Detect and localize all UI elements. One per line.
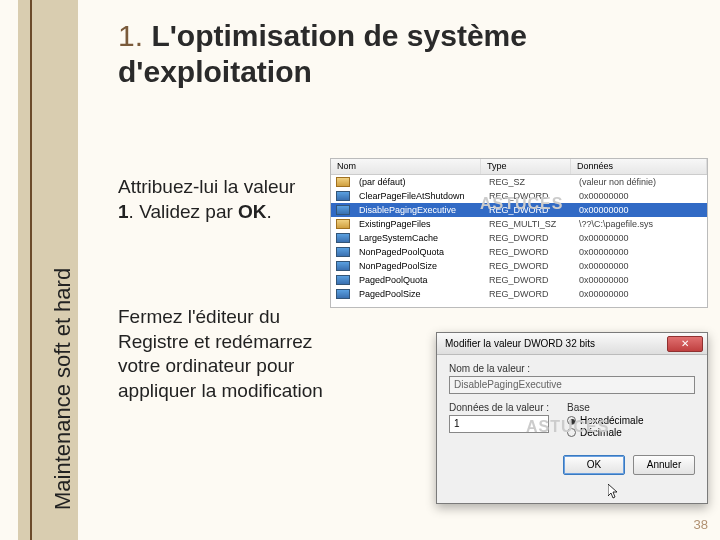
radio-dec[interactable]: Décimale: [567, 427, 643, 438]
name-field[interactable]: DisablePagingExecutive: [449, 376, 695, 394]
registry-row-data: 0x00000000: [573, 261, 707, 271]
registry-row-name: (par défaut): [353, 177, 483, 187]
paragraph-1: Attribuez-lui la valeur 1. Validez par O…: [118, 175, 313, 224]
sidebar-label: Maintenance soft et hard: [50, 268, 76, 510]
registry-row[interactable]: ClearPageFileAtShutdownREG_DWORD0x000000…: [331, 189, 707, 203]
registry-row-type: REG_DWORD: [483, 275, 573, 285]
slide-title: 1. L'optimisation de système d'exploitat…: [118, 18, 678, 90]
registry-row-data: 0x00000000: [573, 289, 707, 299]
radio-dec-label: Décimale: [580, 427, 622, 438]
title-number: 1.: [118, 19, 143, 52]
para1-c: .: [267, 201, 272, 222]
registry-value-icon: [336, 205, 350, 215]
registry-row-type: REG_MULTI_SZ: [483, 219, 573, 229]
registry-row[interactable]: ExistingPageFilesREG_MULTI_SZ\??\C:\page…: [331, 217, 707, 231]
registry-row-name: ExistingPageFiles: [353, 219, 483, 229]
registry-body: (par défaut)REG_SZ(valeur non définie)Cl…: [331, 175, 707, 301]
registry-row-data: 0x00000000: [573, 205, 707, 215]
registry-col-type: Type: [481, 159, 571, 174]
radio-dec-icon: [567, 428, 576, 437]
registry-row[interactable]: (par défaut)REG_SZ(valeur non définie): [331, 175, 707, 189]
name-label: Nom de la valeur :: [449, 363, 695, 374]
registry-row-name: PagedPoolSize: [353, 289, 483, 299]
radio-hex[interactable]: Hexadécimale: [567, 415, 643, 426]
radio-hex-label: Hexadécimale: [580, 415, 643, 426]
registry-row-name: NonPagedPoolQuota: [353, 247, 483, 257]
title-text: L'optimisation de système d'exploitation: [118, 19, 527, 88]
para1-a: Attribuez-lui la valeur: [118, 176, 295, 197]
registry-row-name: PagedPoolQuota: [353, 275, 483, 285]
ok-button[interactable]: OK: [563, 455, 625, 475]
registry-value-icon: [336, 261, 350, 271]
page-number: 38: [694, 517, 708, 532]
registry-value-icon: [336, 219, 350, 229]
registry-row-type: REG_DWORD: [483, 205, 573, 215]
registry-row-type: REG_DWORD: [483, 289, 573, 299]
registry-row-name: ClearPageFileAtShutdown: [353, 191, 483, 201]
registry-row-data: (valeur non définie): [573, 177, 707, 187]
registry-row[interactable]: NonPagedPoolSizeREG_DWORD0x00000000: [331, 259, 707, 273]
para1-bold-2: OK: [238, 201, 267, 222]
registry-row[interactable]: DisablePagingExecutiveREG_DWORD0x0000000…: [331, 203, 707, 217]
registry-row-name: LargeSystemCache: [353, 233, 483, 243]
registry-row[interactable]: LargeSystemCacheREG_DWORD0x00000000: [331, 231, 707, 245]
registry-row-data: 0x00000000: [573, 191, 707, 201]
registry-row-type: REG_SZ: [483, 177, 573, 187]
registry-row-type: REG_DWORD: [483, 247, 573, 257]
paragraph-2: Fermez l'éditeur du Registre et redémarr…: [118, 305, 328, 404]
registry-row-data: 0x00000000: [573, 233, 707, 243]
registry-value-icon: [336, 233, 350, 243]
registry-row-name: NonPagedPoolSize: [353, 261, 483, 271]
close-button[interactable]: ✕: [667, 336, 703, 352]
data-field[interactable]: 1: [449, 415, 549, 433]
registry-row-type: REG_DWORD: [483, 261, 573, 271]
dword-dialog: Modifier la valeur DWORD 32 bits ✕ Nom d…: [436, 332, 708, 504]
registry-value-icon: [336, 191, 350, 201]
para1-bold-1: 1: [118, 201, 129, 222]
registry-row-type: REG_DWORD: [483, 191, 573, 201]
registry-row[interactable]: PagedPoolQuotaREG_DWORD0x00000000: [331, 273, 707, 287]
registry-col-data: Données: [571, 159, 707, 174]
registry-value-icon: [336, 177, 350, 187]
registry-row[interactable]: NonPagedPoolQuotaREG_DWORD0x00000000: [331, 245, 707, 259]
registry-col-name: Nom: [331, 159, 481, 174]
registry-value-icon: [336, 289, 350, 299]
sidebar-accent-line: [30, 0, 32, 540]
radio-hex-icon: [567, 416, 576, 425]
para1-b: . Validez par: [129, 201, 238, 222]
registry-header: Nom Type Données: [331, 159, 707, 175]
registry-row-data: 0x00000000: [573, 275, 707, 285]
registry-screenshot: Nom Type Données (par défaut)REG_SZ(vale…: [330, 158, 708, 308]
dialog-titlebar: Modifier la valeur DWORD 32 bits ✕: [437, 333, 707, 355]
registry-row-name: DisablePagingExecutive: [353, 205, 483, 215]
base-label: Base: [567, 402, 643, 413]
registry-value-icon: [336, 247, 350, 257]
registry-row-data: 0x00000000: [573, 247, 707, 257]
registry-value-icon: [336, 275, 350, 285]
cancel-button[interactable]: Annuler: [633, 455, 695, 475]
dialog-title-text: Modifier la valeur DWORD 32 bits: [445, 338, 595, 349]
registry-row[interactable]: PagedPoolSizeREG_DWORD0x00000000: [331, 287, 707, 301]
registry-row-data: \??\C:\pagefile.sys: [573, 219, 707, 229]
registry-row-type: REG_DWORD: [483, 233, 573, 243]
data-label: Données de la valeur :: [449, 402, 549, 413]
